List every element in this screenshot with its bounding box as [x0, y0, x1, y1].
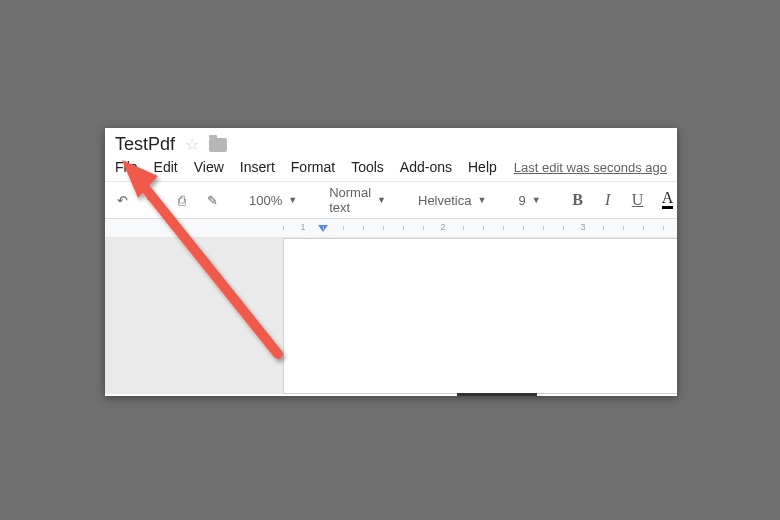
- ruler-tick: 1: [300, 222, 305, 232]
- chevron-down-icon: ▼: [532, 195, 541, 205]
- ruler-minor-tick: [463, 226, 464, 230]
- ruler-minor-tick: [603, 226, 604, 230]
- ruler-minor-tick: [483, 226, 484, 230]
- underline-button[interactable]: U: [625, 186, 651, 214]
- page-indicator: [457, 393, 537, 396]
- undo-button[interactable]: ↶: [109, 186, 135, 214]
- left-gutter: [105, 238, 283, 394]
- italic-button[interactable]: I: [595, 186, 621, 214]
- menu-addons[interactable]: Add-ons: [400, 159, 452, 175]
- ruler-minor-tick: [283, 226, 284, 230]
- menu-insert[interactable]: Insert: [240, 159, 275, 175]
- font-select[interactable]: Helvetica ▼: [410, 186, 494, 214]
- ruler-minor-tick: [343, 226, 344, 230]
- menu-tools[interactable]: Tools: [351, 159, 384, 175]
- ruler-minor-tick: [523, 226, 524, 230]
- chevron-down-icon: ▼: [377, 195, 386, 205]
- zoom-select[interactable]: 100% ▼: [241, 186, 305, 214]
- ruler-scale: 1 2 3: [283, 219, 677, 237]
- ruler-minor-tick: [423, 226, 424, 230]
- title-row: TestPdf ☆: [105, 128, 677, 157]
- star-icon[interactable]: ☆: [185, 135, 199, 154]
- ruler[interactable]: 1 2 3: [105, 219, 677, 238]
- toolbar: ↶ ↷ ⎙ ✎ 100% ▼ Normal text ▼ Helvetica ▼…: [105, 182, 677, 219]
- menu-help[interactable]: Help: [468, 159, 497, 175]
- menu-view[interactable]: View: [194, 159, 224, 175]
- last-edit-link[interactable]: Last edit was seconds ago: [514, 160, 667, 175]
- font-size-select[interactable]: 9 ▼: [510, 186, 548, 214]
- print-button[interactable]: ⎙: [169, 186, 195, 214]
- menu-bar: File Edit View Insert Format Tools Add-o…: [105, 157, 677, 182]
- menu-file[interactable]: File: [115, 159, 138, 175]
- chevron-down-icon: ▼: [477, 195, 486, 205]
- folder-icon[interactable]: [209, 138, 227, 152]
- font-value: Helvetica: [418, 193, 471, 208]
- menu-edit[interactable]: Edit: [154, 159, 178, 175]
- ruler-minor-tick: [383, 226, 384, 230]
- menu-format[interactable]: Format: [291, 159, 335, 175]
- ruler-minor-tick: [663, 226, 664, 230]
- ruler-minor-tick: [363, 226, 364, 230]
- ruler-tick: 3: [580, 222, 585, 232]
- bold-button[interactable]: B: [565, 186, 591, 214]
- ruler-minor-tick: [323, 226, 324, 230]
- ruler-minor-tick: [623, 226, 624, 230]
- document-area: [105, 238, 677, 394]
- zoom-value: 100%: [249, 193, 282, 208]
- document-title[interactable]: TestPdf: [115, 134, 175, 155]
- docs-window: TestPdf ☆ File Edit View Insert Format T…: [105, 128, 677, 396]
- ruler-minor-tick: [543, 226, 544, 230]
- text-color-icon: A: [662, 191, 674, 209]
- style-value: Normal text: [329, 185, 371, 215]
- redo-button[interactable]: ↷: [139, 186, 165, 214]
- ruler-minor-tick: [643, 226, 644, 230]
- chevron-down-icon: ▼: [288, 195, 297, 205]
- ruler-minor-tick: [503, 226, 504, 230]
- font-size-value: 9: [518, 193, 525, 208]
- text-color-button[interactable]: A: [655, 186, 677, 214]
- paint-format-button[interactable]: ✎: [199, 186, 225, 214]
- page-canvas[interactable]: [283, 238, 677, 394]
- paragraph-style-select[interactable]: Normal text ▼: [321, 186, 394, 214]
- ruler-tick: 2: [440, 222, 445, 232]
- ruler-minor-tick: [563, 226, 564, 230]
- ruler-minor-tick: [403, 226, 404, 230]
